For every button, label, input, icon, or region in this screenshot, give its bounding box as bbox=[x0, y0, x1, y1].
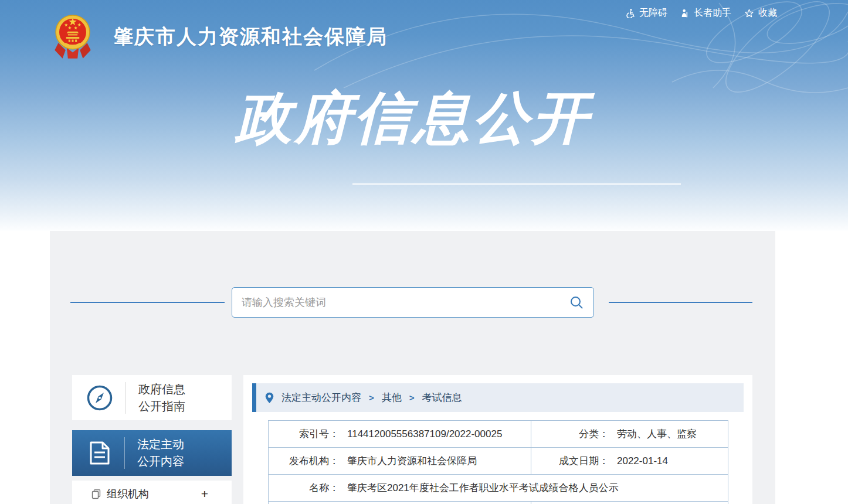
favorite-link[interactable]: 收藏 bbox=[744, 7, 777, 19]
table-row: 名称： 肇庆考区2021年度社会工作者职业水平考试成绩合格人员公示 bbox=[269, 475, 728, 502]
field-value: 114412005556387109/2022-00025 bbox=[347, 428, 502, 440]
sidebar-item-disclosure-guide[interactable]: 政府信息 公开指南 bbox=[72, 375, 232, 420]
sidebar-label: 政府信息 公开指南 bbox=[138, 381, 185, 415]
site-name: 肇庆市人力资源和社会保障局 bbox=[113, 23, 388, 50]
breadcrumb: 法定主动公开内容 > 其他 > 考试信息 bbox=[252, 383, 744, 412]
sidebar-item-statutory-disclosure[interactable]: 法定主动 公开内容 bbox=[72, 430, 232, 476]
location-pin-icon bbox=[265, 392, 274, 404]
breadcrumb-item-other[interactable]: 其他 bbox=[382, 391, 402, 404]
main-panel: 法定主动公开内容 > 其他 > 考试信息 索引号： 11441200555638… bbox=[243, 375, 752, 504]
elder-person-icon bbox=[680, 9, 690, 18]
document-meta-table: 索引号： 114412005556387109/2022-00025 分类： 劳… bbox=[268, 420, 728, 504]
favorite-label: 收藏 bbox=[758, 7, 777, 19]
breadcrumb-item-statutory[interactable]: 法定主动公开内容 bbox=[281, 391, 361, 404]
field-value: 2022-01-14 bbox=[617, 455, 668, 467]
title-underline bbox=[352, 183, 681, 185]
field-value: 肇庆市人力资源和社会保障局 bbox=[347, 454, 477, 468]
index-number-cell: 索引号： 114412005556387109/2022-00025 bbox=[269, 421, 531, 448]
sidebar-item-organization[interactable]: 组织机构 + bbox=[72, 481, 232, 504]
document-title-cell: 名称： 肇庆考区2021年度社会工作者职业水平考试成绩合格人员公示 bbox=[269, 475, 728, 502]
issue-date-cell: 成文日期： 2022-01-14 bbox=[531, 448, 728, 475]
compass-icon bbox=[86, 384, 113, 411]
chevron-right-icon: > bbox=[369, 393, 374, 403]
banner: 无障碍 长者助手 收藏 bbox=[0, 0, 848, 231]
breadcrumb-item-exam-info[interactable]: 考试信息 bbox=[422, 391, 462, 404]
field-label: 索引号： bbox=[269, 427, 339, 441]
chevron-right-icon: > bbox=[409, 393, 415, 403]
issuing-agency-cell: 发布机构： 肇庆市人力资源和社会保障局 bbox=[269, 448, 531, 475]
topbar: 无障碍 长者助手 收藏 bbox=[625, 7, 777, 19]
content-area: 政府信息 公开指南 法定主动 公开内容 bbox=[50, 231, 775, 504]
divider bbox=[125, 382, 126, 414]
star-icon bbox=[744, 8, 754, 18]
site-brand[interactable]: 肇庆市人力资源和社会保障局 bbox=[50, 11, 388, 63]
search-right-rule bbox=[609, 302, 752, 303]
expand-plus-icon[interactable]: + bbox=[201, 489, 208, 499]
field-label: 名称： bbox=[269, 481, 339, 495]
field-value: 劳动、人事、监察 bbox=[617, 427, 697, 441]
search-box bbox=[232, 287, 594, 318]
category-cell: 分类： 劳动、人事、监察 bbox=[531, 421, 728, 448]
search-icon[interactable] bbox=[569, 295, 584, 310]
elder-helper-link[interactable]: 长者助手 bbox=[680, 7, 731, 19]
divider bbox=[124, 437, 125, 469]
field-value: 肇庆考区2021年度社会工作者职业水平考试成绩合格人员公示 bbox=[347, 481, 619, 495]
accessibility-label: 无障碍 bbox=[639, 7, 667, 19]
document-icon bbox=[86, 440, 112, 466]
accessibility-link[interactable]: 无障碍 bbox=[625, 7, 667, 19]
field-label: 分类： bbox=[531, 427, 609, 441]
accessibility-icon bbox=[625, 8, 635, 18]
empty-cell bbox=[269, 502, 531, 504]
search-left-rule bbox=[70, 302, 225, 303]
page-title: 政府信息公开 bbox=[0, 81, 827, 157]
pages-icon bbox=[91, 489, 101, 499]
sidebar-label: 法定主动 公开内容 bbox=[137, 436, 184, 470]
field-label: 发布机构： bbox=[269, 454, 339, 468]
table-row bbox=[269, 502, 728, 504]
sidebar-sub-label: 组织机构 bbox=[107, 487, 149, 501]
elder-helper-label: 长者助手 bbox=[694, 7, 731, 19]
search-input[interactable] bbox=[242, 297, 569, 309]
empty-cell bbox=[531, 502, 728, 504]
table-row: 发布机构： 肇庆市人力资源和社会保障局 成文日期： 2022-01-14 bbox=[269, 448, 728, 475]
field-label: 成文日期： bbox=[531, 454, 609, 468]
national-emblem-logo bbox=[50, 11, 96, 63]
page: 无障碍 长者助手 收藏 bbox=[0, 0, 848, 504]
table-row: 索引号： 114412005556387109/2022-00025 分类： 劳… bbox=[269, 421, 728, 448]
